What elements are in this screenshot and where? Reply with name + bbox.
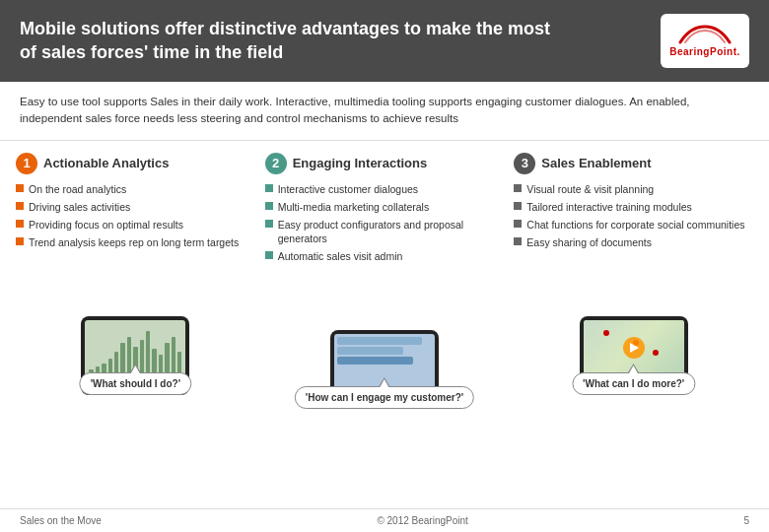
col2-screen-content [334,334,435,367]
col3-number: 3 [514,153,535,174]
list-item: Visual route & visit planning [514,182,753,196]
col2-number: 2 [265,153,287,174]
footer-right: 5 [743,515,749,526]
list-item: Easy sharing of documents [514,235,753,249]
col3-speech-bubble: 'What can I do more?' [572,372,695,395]
subtitle-bar: Easy to use tool supports Sales in their… [0,82,769,141]
footer: Sales on the Move © 2012 BearingPoint 5 [0,508,769,532]
list-item: Chat functions for corporate social comm… [514,218,753,232]
map-pin-icon [653,350,659,356]
col2-device-area: 'How can I engage my customer?' [265,281,505,409]
col2-bullet-list: Interactive customer dialogues Multi-med… [265,182,505,268]
list-item: Tailored interactive training modules [514,200,753,214]
bullet-text: Automatic sales visit admin [278,249,403,263]
bullet-icon [265,184,273,192]
map-pin-icon [603,330,609,336]
header: Mobile solutions offer distinctive advan… [0,0,769,82]
bullet-icon [16,184,24,192]
col3-device-wrapper: 'What can I do more?' [580,316,688,395]
bullet-text: Easy product configurators and proposal … [278,218,505,245]
col1-header: 1 Actionable Analytics [16,153,255,174]
chart-bar [114,352,118,373]
logo-text: BearingPoint. [669,46,740,57]
col2-title: Engaging Interactions [293,156,428,170]
bullet-icon [265,251,273,259]
bullet-icon [265,202,273,210]
col2-speech-bubble: 'How can I engage my customer?' [295,386,474,409]
bullet-text: Driving sales activities [29,200,130,214]
list-item: On the road analytics [16,182,255,196]
list-item: Interactive customer dialogues [265,182,505,196]
chart-bar [108,359,112,372]
chart-bar [146,331,150,372]
col2-header: 2 Engaging Interactions [265,153,505,174]
logo-arc-icon [675,25,734,44]
screen-line [337,347,403,355]
bullet-text: Providing focus on optimal results [29,218,183,232]
main-content: 1 Actionable Analytics On the road analy… [0,141,769,410]
bullet-text: On the road analytics [29,182,126,196]
col2-device-wrapper: 'How can I engage my customer?' [330,330,439,409]
chart-bar [102,364,105,373]
bullet-icon [265,220,273,228]
list-item: Easy product configurators and proposal … [265,218,505,245]
col3-device-area: 'What can I do more?' [514,267,753,395]
subtitle-content: Easy to use tool supports Sales in their… [20,96,690,124]
bullet-icon [16,202,24,210]
bullet-text: Multi-media marketing collaterals [278,200,429,214]
bullet-text: Interactive customer dialogues [278,182,418,196]
bullet-icon [16,237,24,245]
bullet-icon [514,184,522,192]
col1-speech-bubble: 'What should I do?' [80,372,191,395]
column-engaging-interactions: 2 Engaging Interactions Interactive cust… [265,153,505,410]
screen-line [337,337,422,345]
list-item: Trend analysis keeps rep on long term ta… [16,235,255,249]
bullet-text: Trend analysis keeps rep on long term ta… [29,235,239,249]
column-sales-enablement: 3 Sales Enablement Visual route & visit … [514,153,753,410]
bullet-icon [514,237,522,245]
bullet-icon [16,220,24,228]
col1-device-wrapper: 'What should I do?' [81,316,189,395]
screen-line [337,357,413,365]
footer-center: © 2012 BearingPoint [377,515,467,526]
column-actionable-analytics: 1 Actionable Analytics On the road analy… [16,153,255,410]
col3-title: Sales Enablement [541,156,651,170]
page-title: Mobile solutions offer distinctive advan… [20,18,572,64]
chart-bar [152,349,156,372]
play-triangle-icon [630,343,639,353]
list-item: Driving sales activities [16,200,255,214]
col1-device-area: 'What should I do?' [16,267,255,395]
col1-number: 1 [16,153,37,174]
bullet-icon [514,220,522,228]
col3-bullet-list: Visual route & visit planning Tailored i… [514,182,753,254]
footer-left: Sales on the Move [20,515,102,526]
col3-header: 3 Sales Enablement [514,153,753,174]
bullet-text: Visual route & visit planning [526,182,654,196]
chart-bar [172,337,175,372]
chart-bar [177,352,181,373]
col1-bullet-list: On the road analytics Driving sales acti… [16,182,255,254]
play-button-icon[interactable] [623,337,645,359]
bullet-text: Easy sharing of documents [526,235,652,249]
logo: BearingPoint. [661,14,749,68]
chart-bar [120,343,124,372]
chart-bar [159,355,163,372]
list-item: Multi-media marketing collaterals [265,200,505,214]
list-item: Providing focus on optimal results [16,218,255,232]
list-item: Automatic sales visit admin [265,249,505,263]
bullet-icon [514,202,522,210]
col1-title: Actionable Analytics [43,156,169,170]
bullet-text: Chat functions for corporate social comm… [526,218,744,232]
subtitle-text: Easy to use tool supports Sales in their… [20,94,749,128]
chart-bar [165,343,169,372]
bullet-text: Tailored interactive training modules [526,200,692,214]
